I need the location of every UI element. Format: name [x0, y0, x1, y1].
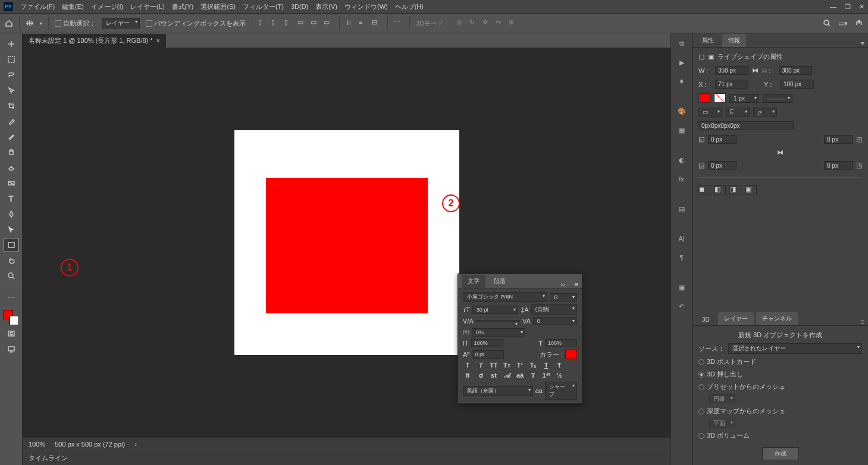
menu-select[interactable]: 選択範囲(S) — [200, 2, 236, 11]
subscript-button[interactable]: T₁ — [528, 362, 538, 369]
tab-layers[interactable]: レイヤー — [718, 312, 754, 325]
zoom3d-icon[interactable]: ⊕ — [509, 18, 518, 28]
libraries-panel-icon[interactable]: ▤ — [675, 202, 688, 215]
scale-input[interactable]: 0% — [472, 328, 525, 337]
corner-radii-input[interactable]: 0px0px0px0px — [698, 121, 794, 130]
create-button[interactable]: 作成 — [762, 447, 799, 460]
3d-menu-icon[interactable]: ≡ — [857, 318, 868, 325]
menu-window[interactable]: ウィンドウ(W) — [344, 2, 388, 11]
align-right-icon[interactable]: ▯ — [284, 18, 294, 28]
eyedropper-tool[interactable] — [4, 114, 19, 128]
canvas-area[interactable]: 1 2 文字 段落 ›› ≡ 小塚ゴシック Pr6NR тT30 pt‡A(自動… — [23, 48, 670, 438]
superscript-button[interactable]: T¹ — [515, 362, 525, 369]
auto-select-checkbox[interactable] — [55, 20, 61, 27]
align-bottom-icon[interactable]: ▭ — [324, 18, 333, 28]
share-icon[interactable] — [855, 19, 863, 27]
color-panel-icon[interactable]: 🎨 — [675, 105, 688, 118]
fraction-button[interactable]: ½ — [554, 372, 564, 379]
red-rectangle-shape[interactable] — [266, 178, 428, 313]
pen-tool[interactable] — [4, 207, 19, 221]
lang-select[interactable]: 英語（米国） — [463, 386, 533, 396]
undo-dock-icon[interactable]: ↶ — [675, 300, 688, 313]
menu-file[interactable]: ファイル(F) — [20, 2, 55, 11]
align-vcenter-icon[interactable]: ▭ — [311, 18, 320, 28]
pan-icon[interactable]: ✥ — [482, 18, 492, 28]
workspace-icon[interactable]: ▭▾ — [838, 20, 848, 27]
props-menu-icon[interactable]: ≡ — [857, 40, 868, 47]
type-tool[interactable]: T — [4, 191, 19, 206]
radio-depth[interactable] — [698, 409, 704, 414]
more-icon[interactable]: ⋯ — [394, 18, 403, 28]
font-size-input[interactable]: 30 pt — [472, 306, 518, 314]
bbox-checkbox[interactable] — [146, 20, 152, 27]
titling-button[interactable]: T — [528, 372, 538, 379]
clone-tool[interactable] — [4, 145, 19, 159]
menu-edit[interactable]: 編集(E) — [62, 2, 84, 11]
italic-button[interactable]: T — [476, 362, 485, 369]
leading-input[interactable]: (自動) — [531, 304, 577, 315]
align-left-icon[interactable]: ▯ — [258, 18, 268, 28]
radio-preset[interactable] — [698, 384, 704, 390]
pathop-4-icon[interactable]: ▣ — [745, 185, 757, 194]
layers-dock-icon[interactable]: ▣ — [675, 281, 688, 294]
brush-tool[interactable] — [4, 130, 19, 144]
brushes-panel-icon[interactable]: ✷ — [675, 75, 688, 88]
link-wh-icon[interactable]: ⧓ — [752, 67, 759, 74]
tab-info[interactable]: 情報 — [722, 34, 746, 47]
menu-filter[interactable]: フィルター(T) — [243, 2, 284, 11]
tab-timeline[interactable]: タイムライン — [29, 454, 68, 463]
path-select-tool[interactable] — [4, 222, 19, 237]
baseline-input[interactable]: 0 pt — [472, 350, 504, 359]
tab-properties[interactable]: 属性 — [696, 34, 720, 47]
stroke-align-select[interactable]: ▭ — [698, 108, 722, 117]
smallcaps-button[interactable]: Tт — [502, 362, 512, 369]
contextual-button[interactable]: ơ — [476, 372, 485, 379]
move-tool-icon[interactable] — [26, 19, 34, 27]
dist-h-icon[interactable]: ⫼ — [346, 18, 355, 28]
menu-image[interactable]: イメージ(I) — [91, 2, 123, 11]
align-top-icon[interactable]: ▭ — [297, 18, 307, 28]
x-input[interactable]: 71 px — [715, 80, 748, 89]
adjustments-panel-icon[interactable]: ◐ — [675, 153, 688, 166]
radius-bl-input[interactable]: 0 px — [708, 161, 737, 170]
doc-dimensions[interactable]: 500 px x 500 px (72 ppi) — [55, 441, 125, 448]
rectangle-tool[interactable] — [4, 238, 19, 252]
stylistic-button[interactable]: aā — [515, 372, 525, 379]
radio-extrude[interactable] — [698, 372, 704, 378]
char-color-swatch[interactable] — [565, 350, 577, 359]
bold-button[interactable]: T — [463, 362, 472, 369]
zoom-tool[interactable] — [4, 269, 19, 283]
roll-icon[interactable]: ↻ — [469, 18, 479, 28]
color-swatches[interactable] — [4, 310, 19, 325]
menu-type[interactable]: 書式(Y) — [172, 2, 194, 11]
tab-close-icon[interactable]: × — [156, 37, 160, 44]
pathop-2-icon[interactable]: ◧ — [714, 185, 726, 194]
ordinal-button[interactable]: 1ˢᵗ — [541, 372, 551, 379]
kerning-input[interactable] — [476, 320, 520, 322]
move-tool[interactable] — [4, 37, 19, 51]
font-family-select[interactable]: 小塚ゴシック Pr6N — [463, 292, 547, 302]
fill-swatch[interactable] — [698, 93, 710, 103]
slide-icon[interactable]: ⇔ — [496, 18, 505, 28]
underline-button[interactable]: T — [541, 362, 551, 369]
orbit-icon[interactable]: ◎ — [456, 18, 466, 28]
antialias-select[interactable]: シャープ — [545, 382, 577, 400]
zoom-level[interactable]: 100% — [29, 441, 45, 448]
status-chevron-icon[interactable]: › — [134, 441, 137, 448]
screenmode-tool[interactable] — [4, 342, 19, 356]
quick-select-tool[interactable] — [4, 83, 19, 98]
history-panel-icon[interactable]: ⧉ — [675, 37, 688, 50]
stroke-corners-select[interactable]: ╔ — [753, 108, 777, 117]
move-opts-chevron-icon[interactable]: ▾ — [40, 21, 42, 26]
font-style-select[interactable]: R — [550, 293, 577, 301]
radius-tl-input[interactable]: 0 px — [708, 135, 737, 144]
align-hcenter-icon[interactable]: ▯ — [271, 18, 281, 28]
eraser-tool[interactable] — [4, 161, 19, 175]
home-icon[interactable] — [5, 19, 13, 27]
document-tab[interactable]: 名称未設定 1 @ 100% (長方形 1, RGB/8) *× — [23, 34, 166, 48]
search-icon[interactable] — [823, 19, 831, 27]
radius-br-input[interactable]: 0 px — [824, 161, 853, 170]
depth-select[interactable]: 平面 — [709, 419, 735, 428]
quickmask-tool[interactable] — [4, 326, 19, 341]
allcaps-button[interactable]: TT — [489, 362, 499, 369]
